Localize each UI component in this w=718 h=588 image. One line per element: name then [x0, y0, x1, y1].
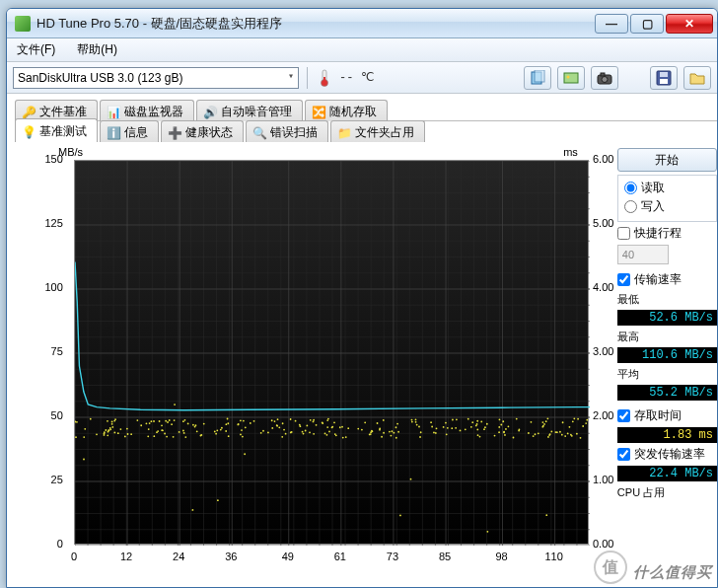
svg-point-261 — [305, 430, 307, 432]
svg-point-314 — [564, 435, 566, 437]
svg-point-280 — [549, 433, 551, 435]
svg-point-109 — [326, 434, 328, 436]
tab-errorscan[interactable]: 🔍错误扫描 — [246, 120, 328, 142]
svg-point-189 — [480, 421, 482, 423]
toolbar: SanDiskUltra USB 3.0 (123 gB) -- ℃ — [7, 62, 717, 94]
svg-point-265 — [328, 431, 330, 433]
separator — [307, 67, 308, 89]
svg-point-245 — [361, 429, 363, 431]
svg-point-328 — [276, 424, 278, 426]
minimize-button[interactable]: — — [595, 14, 628, 34]
svg-rect-2 — [323, 77, 325, 83]
svg-point-192 — [291, 431, 293, 433]
start-button[interactable]: 开始 — [617, 148, 717, 172]
svg-point-243 — [475, 424, 477, 426]
check-access[interactable]: 存取时间 — [617, 407, 717, 424]
svg-point-305 — [111, 421, 113, 423]
svg-point-155 — [171, 423, 173, 425]
svg-point-287 — [119, 428, 121, 430]
svg-point-246 — [130, 433, 132, 435]
speaker-icon: 🔊 — [203, 106, 217, 119]
svg-point-333 — [215, 433, 217, 435]
svg-point-295 — [216, 429, 218, 431]
svg-point-104 — [250, 422, 251, 424]
svg-point-323 — [164, 433, 166, 435]
tab-disk-monitor[interactable]: 📊磁盘监视器 — [100, 100, 194, 121]
open-button[interactable] — [683, 66, 711, 90]
svg-point-247 — [585, 422, 587, 424]
svg-point-312 — [502, 420, 504, 422]
svg-point-325 — [504, 434, 506, 436]
svg-point-239 — [518, 430, 520, 432]
camera-button[interactable] — [591, 66, 618, 90]
svg-point-315 — [550, 431, 552, 433]
svg-point-313 — [105, 429, 107, 431]
svg-point-113 — [397, 431, 399, 433]
check-shortstroke[interactable]: 快捷行程 — [617, 225, 717, 242]
menu-help[interactable]: 帮助(H) — [73, 39, 121, 60]
svg-point-330 — [418, 426, 420, 428]
y-right-label: ms — [563, 146, 578, 158]
svg-point-106 — [415, 418, 417, 420]
svg-rect-5 — [564, 73, 578, 83]
svg-point-226 — [150, 420, 152, 422]
svg-point-157 — [271, 419, 273, 421]
svg-point-110 — [389, 431, 391, 433]
tab-info[interactable]: ℹ️信息 — [100, 120, 159, 142]
svg-point-180 — [214, 430, 216, 432]
svg-point-336 — [240, 434, 242, 436]
svg-point-191 — [498, 431, 500, 433]
svg-point-281 — [577, 418, 579, 420]
svg-point-277 — [114, 418, 116, 420]
svg-point-142 — [391, 435, 393, 437]
svg-point-167 — [471, 421, 473, 423]
svg-point-120 — [220, 429, 222, 431]
svg-point-8 — [602, 76, 608, 82]
watermark-logo: 值 — [594, 551, 627, 584]
shortstroke-value: 40 — [617, 245, 669, 264]
drive-select[interactable]: SanDiskUltra USB 3.0 (123 gB) — [13, 67, 299, 89]
radio-read[interactable]: 读取 — [624, 180, 710, 196]
svg-point-338 — [586, 419, 588, 421]
svg-point-159 — [195, 424, 197, 426]
radio-write[interactable]: 写入 — [624, 198, 710, 215]
health-icon: ➕ — [168, 126, 181, 140]
svg-point-301 — [395, 437, 397, 439]
svg-point-200 — [240, 419, 242, 421]
tab-folder[interactable]: 📁文件夹占用 — [330, 120, 425, 142]
svg-point-273 — [148, 428, 150, 430]
titlebar[interactable]: HD Tune Pro 5.70 - 硬盘/固态硬盘实用程序 — ▢ ✕ — [7, 9, 717, 38]
tab-health[interactable]: ➕健康状态 — [161, 120, 244, 142]
svg-point-149 — [184, 436, 186, 438]
svg-point-236 — [452, 419, 454, 421]
tab-noise[interactable]: 🔊自动噪音管理 — [196, 100, 303, 121]
svg-point-257 — [433, 432, 435, 434]
copy-info-button[interactable] — [524, 66, 551, 90]
check-transfer[interactable]: 传输速率 — [617, 271, 717, 288]
svg-point-208 — [174, 419, 176, 421]
svg-point-241 — [242, 436, 244, 438]
chart-icon: 📊 — [107, 106, 120, 119]
side-panel: 开始 读取 写入 快捷行程 40 传输速率 最低 52.6 MB/s 最高 11… — [613, 146, 717, 588]
svg-point-101 — [465, 428, 467, 430]
close-button[interactable]: ✕ — [666, 14, 713, 34]
svg-point-96 — [456, 418, 458, 420]
menu-file[interactable]: 文件(F) — [13, 39, 59, 60]
svg-point-292 — [538, 432, 539, 434]
svg-point-279 — [262, 430, 264, 432]
svg-point-152 — [183, 432, 185, 434]
svg-point-174 — [111, 423, 113, 425]
svg-point-224 — [327, 418, 329, 420]
svg-point-186 — [274, 420, 276, 422]
tab-benchmark[interactable]: 💡基准测试 — [15, 118, 98, 142]
svg-point-202 — [573, 417, 575, 419]
svg-point-320 — [379, 429, 381, 431]
window-title: HD Tune Pro 5.70 - 硬盘/固态硬盘实用程序 — [36, 15, 595, 33]
svg-point-171 — [108, 429, 110, 431]
maximize-button[interactable]: ▢ — [630, 14, 664, 34]
check-burst[interactable]: 突发传输速率 — [617, 446, 717, 463]
tab-random[interactable]: 🔀随机存取 — [305, 100, 388, 121]
screenshot-button[interactable] — [557, 66, 585, 90]
svg-rect-12 — [660, 79, 668, 84]
save-button[interactable] — [650, 66, 678, 90]
